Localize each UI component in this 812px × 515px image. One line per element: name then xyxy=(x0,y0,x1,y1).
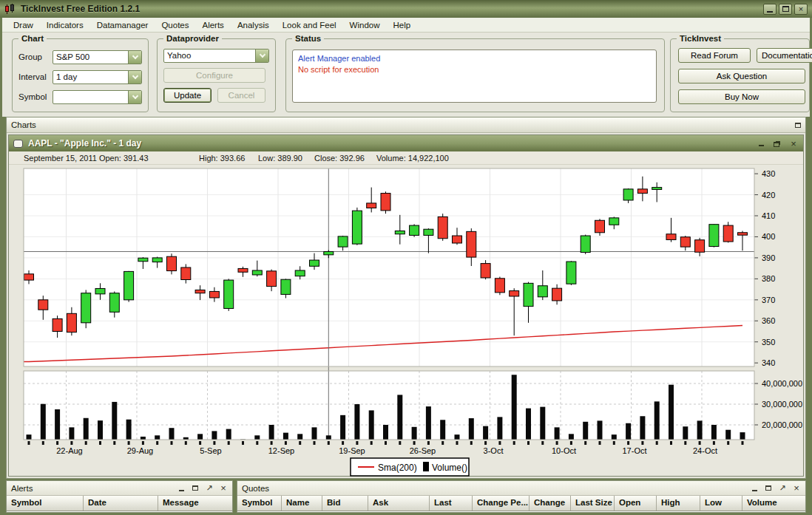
ask-question-button[interactable]: Ask Question xyxy=(678,69,805,83)
svg-text:Sma(200): Sma(200) xyxy=(378,463,417,473)
menu-alerts[interactable]: Alerts xyxy=(195,19,230,31)
maximize-icon[interactable] xyxy=(764,484,773,493)
column-symbol[interactable]: Symbol xyxy=(237,496,282,511)
svg-text:29-Aug: 29-Aug xyxy=(127,446,153,455)
symbol-select[interactable] xyxy=(53,90,142,104)
column-name[interactable]: Name xyxy=(282,496,322,511)
column-message[interactable]: Message xyxy=(158,496,232,511)
status-groupbox-title: Status xyxy=(292,34,324,43)
close-icon[interactable]: × xyxy=(792,484,801,493)
menu-indicators[interactable]: Indicators xyxy=(40,19,90,31)
svg-text:340: 340 xyxy=(762,358,775,367)
svg-text:410: 410 xyxy=(762,211,775,220)
svg-text:420: 420 xyxy=(762,191,775,199)
minimize-icon[interactable] xyxy=(750,484,759,493)
column-last[interactable]: Last xyxy=(430,496,473,511)
menu-quotes[interactable]: Quotes xyxy=(155,19,195,31)
maximize-icon[interactable] xyxy=(191,484,200,493)
column-volume[interactable]: Volume xyxy=(742,496,805,511)
status-log: Alert Manager enabled No script for exec… xyxy=(292,50,657,103)
svg-text:350: 350 xyxy=(762,338,775,347)
svg-text:430: 430 xyxy=(762,169,775,178)
chart-window-titlebar[interactable]: AAPL - "Apple Inc." - 1 day × xyxy=(9,135,803,151)
buy-now-button[interactable]: Buy Now xyxy=(678,89,805,104)
svg-text:26-Sep: 26-Sep xyxy=(410,446,436,455)
info-date-open: September 15, 2011 Open: 391.43 xyxy=(24,154,149,163)
update-button[interactable]: Update xyxy=(163,88,212,103)
close-icon[interactable]: × xyxy=(219,484,228,493)
svg-text:5-Sep: 5-Sep xyxy=(200,446,221,455)
column-last-size[interactable]: Last Size xyxy=(571,496,615,511)
svg-text:20,000,000: 20,000,000 xyxy=(762,420,802,429)
float-icon[interactable]: ↗ xyxy=(778,484,787,493)
column-bid[interactable]: Bid xyxy=(322,496,368,511)
column-low[interactable]: Low xyxy=(700,496,742,511)
chevron-down-icon[interactable] xyxy=(128,71,141,83)
menu-draw[interactable]: Draw xyxy=(7,19,40,31)
info-volume: Volume: 14,922,100 xyxy=(376,154,449,163)
group-label: Group xyxy=(18,52,53,61)
close-icon[interactable]: × xyxy=(788,139,799,149)
app-candlestick-icon xyxy=(4,4,16,14)
menu-look-and-feel[interactable]: Look and Feel xyxy=(276,19,343,31)
chart-groupbox: Chart Group S&P 500 Interval 1 day Symbo… xyxy=(12,38,149,112)
svg-text:22-Aug: 22-Aug xyxy=(56,446,82,455)
maximize-icon[interactable] xyxy=(779,4,792,15)
chevron-down-icon[interactable] xyxy=(128,51,141,64)
menu-datamanager[interactable]: Datamanager xyxy=(90,19,155,31)
interval-label: Interval xyxy=(18,72,53,81)
cancel-button[interactable]: Cancel xyxy=(217,88,265,103)
column-ask[interactable]: Ask xyxy=(368,496,430,511)
tickinvest-groupbox-title: TickInvest xyxy=(677,34,724,43)
quotes-panel-title: Quotes xyxy=(242,484,269,493)
column-symbol[interactable]: Symbol xyxy=(7,496,84,511)
svg-text:400: 400 xyxy=(762,232,775,241)
column-change[interactable]: Change xyxy=(530,496,571,511)
column-change-percent[interactable]: Change Pe... xyxy=(473,496,530,511)
group-select[interactable]: S&P 500 xyxy=(53,50,142,64)
svg-text:380: 380 xyxy=(762,274,775,283)
window-title: TickInvest Free Edition 1.2.1 xyxy=(21,4,140,14)
info-high: High: 393.66 xyxy=(199,154,245,163)
chevron-down-icon[interactable] xyxy=(255,50,268,62)
interval-select[interactable]: 1 day xyxy=(53,70,142,84)
menu-window[interactable]: Window xyxy=(343,19,387,31)
column-high[interactable]: High xyxy=(657,496,700,511)
chart-window-title: AAPL - "Apple Inc." - 1 day xyxy=(28,138,141,149)
alerts-panel-title: Alerts xyxy=(11,484,33,493)
svg-text:10-Oct: 10-Oct xyxy=(552,446,576,455)
toolbar: Chart Group S&P 500 Interval 1 day Symbo… xyxy=(2,33,810,117)
svg-text:40,000,000: 40,000,000 xyxy=(762,379,802,388)
svg-text:19-Sep: 19-Sep xyxy=(339,446,365,455)
svg-text:360: 360 xyxy=(762,316,775,325)
menu-help[interactable]: Help xyxy=(387,19,418,31)
restore-icon[interactable] xyxy=(772,139,782,149)
menu-bar: Draw Indicators Datamanager Quotes Alert… xyxy=(2,18,810,33)
tickinvest-groupbox: TickInvest Read Forum Documentation Ask … xyxy=(670,38,810,112)
provider-select[interactable]: Yahoo xyxy=(163,49,269,63)
svg-text:30,000,000: 30,000,000 xyxy=(762,400,802,409)
minimize-icon[interactable] xyxy=(763,4,777,15)
maximize-icon[interactable] xyxy=(795,123,801,128)
column-date[interactable]: Date xyxy=(84,496,158,511)
column-open[interactable]: Open xyxy=(615,496,657,511)
minimize-icon[interactable] xyxy=(177,484,186,493)
candlestick-volume-chart[interactable]: 34035036037038039040041042043020,000,000… xyxy=(12,166,806,477)
info-close: Close: 392.96 xyxy=(314,154,365,163)
svg-text:3-Oct: 3-Oct xyxy=(484,446,504,455)
window-titlebar[interactable]: TickInvest Free Edition 1.2.1 × xyxy=(0,0,812,18)
close-icon[interactable]: × xyxy=(794,4,808,15)
alerts-panel: Alerts ↗ × Symbol Date Message xyxy=(6,480,233,513)
alerts-panel-titlebar[interactable]: Alerts ↗ × xyxy=(7,481,232,496)
menu-analysis[interactable]: Analysis xyxy=(231,19,276,31)
charts-panel-header[interactable]: Charts xyxy=(7,117,805,133)
documentation-button[interactable]: Documentation xyxy=(757,48,812,63)
float-icon[interactable]: ↗ xyxy=(205,484,214,493)
chevron-down-icon[interactable] xyxy=(128,91,141,103)
minimize-icon[interactable] xyxy=(756,139,766,149)
configure-button[interactable]: Configure xyxy=(163,68,265,83)
svg-text:390: 390 xyxy=(762,253,775,262)
quotes-panel-titlebar[interactable]: Quotes ↗ × xyxy=(237,481,805,496)
info-low: Low: 389.90 xyxy=(258,154,302,163)
read-forum-button[interactable]: Read Forum xyxy=(678,48,751,63)
